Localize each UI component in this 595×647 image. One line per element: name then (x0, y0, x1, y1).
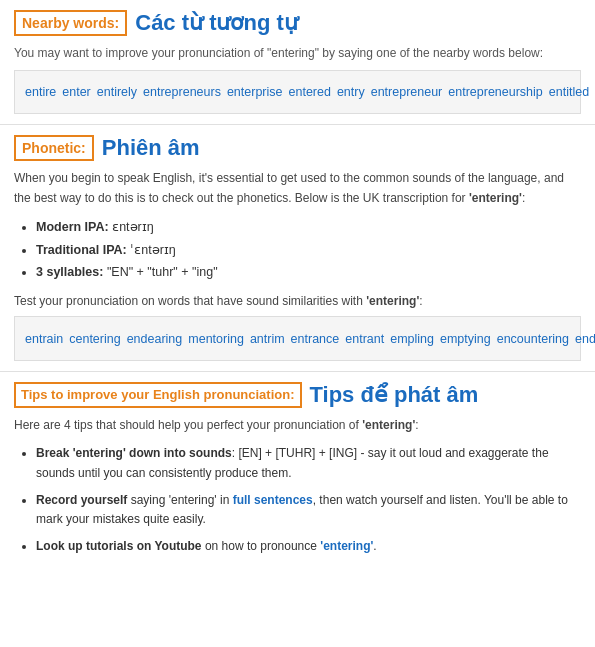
phonetic-desc: When you begin to speak English, it's es… (14, 169, 581, 207)
phonetic-ipa-list: Modern IPA: ɛntərɪŋTraditional IPA: ˈɛnt… (36, 218, 581, 282)
sound-word-link[interactable]: empling (390, 332, 434, 346)
sound-word-link[interactable]: endearing (127, 332, 183, 346)
nearby-words-title-vi: Các từ tương tự (135, 10, 298, 36)
sound-word-link[interactable]: enderlin (575, 332, 595, 346)
phonetic-test-text: Test your pronunciation on words that ha… (14, 294, 581, 308)
tips-section: Tips to improve your English pronunciati… (0, 372, 595, 574)
phonetic-header: Phonetic: Phiên âm (14, 135, 581, 161)
sound-word-link[interactable]: entrance (291, 332, 340, 346)
sound-word-link[interactable]: encountering (497, 332, 569, 346)
phonetic-ipa-item: Modern IPA: ɛntərɪŋ (36, 218, 581, 237)
sound-word-link[interactable]: mentoring (188, 332, 244, 346)
sound-word-link[interactable]: centering (69, 332, 120, 346)
tips-header: Tips to improve your English pronunciati… (14, 382, 581, 408)
nearby-word-link[interactable]: enter (62, 85, 91, 99)
tips-title-vi: Tips để phát âm (310, 382, 479, 408)
full-sentences-link[interactable]: full sentences (233, 493, 313, 507)
nearby-words-label: Nearby words: (14, 10, 127, 36)
tips-list: Break 'entering' down into sounds: [EN] … (36, 444, 581, 556)
sound-word-link[interactable]: entrant (345, 332, 384, 346)
phonetic-section: Phonetic: Phiên âm When you begin to spe… (0, 125, 595, 372)
nearby-word-link[interactable]: entitled (549, 85, 589, 99)
nearby-words-cloud: entireenterentirelyentrepreneursenterpri… (14, 70, 581, 114)
tip-item: Look up tutorials on Youtube on how to p… (36, 537, 581, 556)
tip-item: Record yourself saying 'entering' in ful… (36, 491, 581, 529)
nearby-word-link[interactable]: entrepreneur (371, 85, 443, 99)
nearby-words-subtitle: You may want to improve your pronunciati… (14, 44, 581, 62)
sound-word-link[interactable]: emptying (440, 332, 491, 346)
sound-word-link[interactable]: entrain (25, 332, 63, 346)
tip-item: Break 'entering' down into sounds: [EN] … (36, 444, 581, 482)
tips-label: Tips to improve your English pronunciati… (14, 382, 302, 408)
nearby-word-link[interactable]: entirely (97, 85, 137, 99)
nearby-words-section: Nearby words: Các từ tương tự You may wa… (0, 0, 595, 125)
phonetic-ipa-item: Traditional IPA: ˈɛntərɪŋ (36, 241, 581, 260)
sound-word-link[interactable]: antrim (250, 332, 285, 346)
tips-subtitle: Here are 4 tips that should help you per… (14, 416, 581, 434)
nearby-word-link[interactable]: enterprise (227, 85, 283, 99)
phonetic-ipa-item: 3 syllables: "EN" + "tuhr" + "ing" (36, 263, 581, 282)
nearby-words-header: Nearby words: Các từ tương tự (14, 10, 581, 36)
nearby-word-link[interactable]: entrepreneurs (143, 85, 221, 99)
entering-link[interactable]: 'entering' (320, 539, 373, 553)
nearby-word-link[interactable]: entrepreneurship (448, 85, 543, 99)
sound-words-cloud: entraincenteringendearingmentoringantrim… (14, 316, 581, 361)
phonetic-title-vi: Phiên âm (102, 135, 200, 161)
phonetic-label: Phonetic: (14, 135, 94, 161)
nearby-word-link[interactable]: entry (337, 85, 365, 99)
nearby-word-link[interactable]: entered (289, 85, 331, 99)
nearby-word-link[interactable]: entire (25, 85, 56, 99)
